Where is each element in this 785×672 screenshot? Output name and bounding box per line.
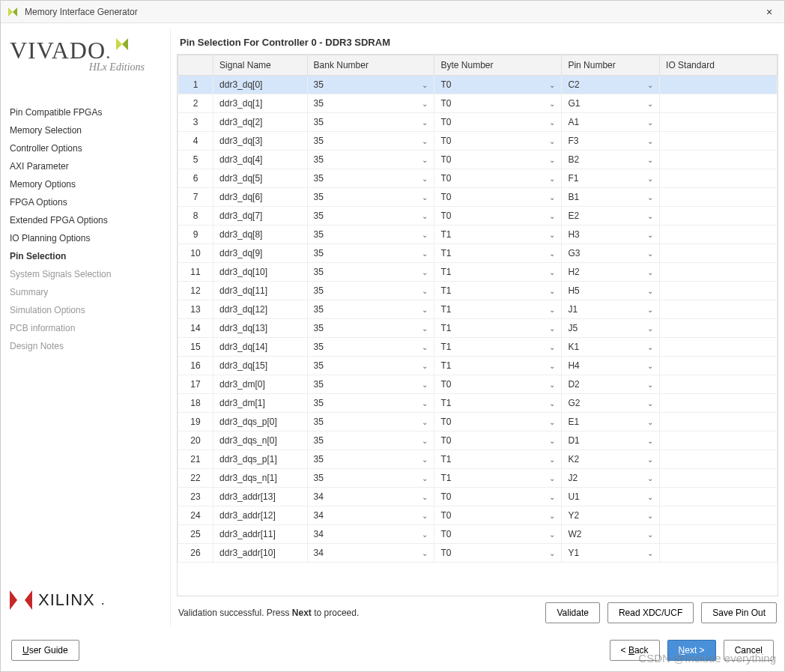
table-row[interactable]: 15ddr3_dq[14]35⌄T1⌄K1⌄ xyxy=(178,338,778,357)
dropdown-cell[interactable]: T0⌄ xyxy=(434,207,562,225)
dropdown-cell[interactable]: 35⌄ xyxy=(307,225,434,244)
table-row[interactable]: 25ddr3_addr[11]34⌄T0⌄W2⌄ xyxy=(178,525,778,544)
column-header[interactable]: Byte Number xyxy=(434,55,562,76)
dropdown-cell[interactable]: T0⌄ xyxy=(434,169,562,188)
dropdown-cell[interactable]: Y1⌄ xyxy=(562,544,660,563)
dropdown-cell[interactable]: H2⌄ xyxy=(562,263,660,282)
table-row[interactable]: 21ddr3_dqs_p[1]35⌄T1⌄K2⌄ xyxy=(178,450,778,469)
table-row[interactable]: 6ddr3_dq[5]35⌄T0⌄F1⌄ xyxy=(178,169,778,188)
dropdown-cell[interactable]: 35⌄ xyxy=(307,188,434,207)
dropdown-cell[interactable]: D1⌄ xyxy=(562,432,660,450)
next-button[interactable]: Next > xyxy=(667,640,716,661)
dropdown-cell[interactable]: T0⌄ xyxy=(434,76,562,94)
table-row[interactable]: 8ddr3_dq[7]35⌄T0⌄E2⌄ xyxy=(178,207,778,225)
dropdown-cell[interactable]: H4⌄ xyxy=(562,357,660,375)
table-row[interactable]: 20ddr3_dqs_n[0]35⌄T0⌄D1⌄ xyxy=(178,432,778,450)
dropdown-cell[interactable]: 35⌄ xyxy=(307,263,434,282)
nav-item[interactable]: AXI Parameter xyxy=(10,157,167,175)
table-row[interactable]: 22ddr3_dqs_n[1]35⌄T1⌄J2⌄ xyxy=(178,469,778,488)
table-row[interactable]: 23ddr3_addr[13]34⌄T0⌄U1⌄ xyxy=(178,488,778,506)
dropdown-cell[interactable]: C2⌄ xyxy=(562,76,660,94)
dropdown-cell[interactable]: T0⌄ xyxy=(434,375,562,394)
table-row[interactable]: 18ddr3_dm[1]35⌄T1⌄G2⌄ xyxy=(178,394,778,413)
dropdown-cell[interactable]: H5⌄ xyxy=(562,282,660,300)
dropdown-cell[interactable]: K2⌄ xyxy=(562,450,660,469)
nav-item[interactable]: IO Planning Options xyxy=(10,229,167,247)
dropdown-cell[interactable]: 35⌄ xyxy=(307,94,434,113)
nav-item[interactable]: Pin Selection xyxy=(10,247,167,265)
nav-item[interactable]: Memory Selection xyxy=(10,121,167,139)
dropdown-cell[interactable]: T0⌄ xyxy=(434,113,562,132)
column-header[interactable]: Signal Name xyxy=(213,55,307,76)
dropdown-cell[interactable]: U1⌄ xyxy=(562,488,660,506)
dropdown-cell[interactable]: 34⌄ xyxy=(307,506,434,525)
table-row[interactable]: 24ddr3_addr[12]34⌄T0⌄Y2⌄ xyxy=(178,506,778,525)
dropdown-cell[interactable]: 35⌄ xyxy=(307,132,434,151)
read-xdc-button[interactable]: Read XDC/UCF xyxy=(607,602,694,623)
table-row[interactable]: 16ddr3_dq[15]35⌄T1⌄H4⌄ xyxy=(178,357,778,375)
dropdown-cell[interactable]: T1⌄ xyxy=(434,319,562,338)
dropdown-cell[interactable]: 35⌄ xyxy=(307,375,434,394)
dropdown-cell[interactable]: G2⌄ xyxy=(562,394,660,413)
back-button[interactable]: < Back xyxy=(610,640,660,661)
dropdown-cell[interactable]: 35⌄ xyxy=(307,432,434,450)
dropdown-cell[interactable]: T1⌄ xyxy=(434,300,562,319)
column-header[interactable]: Pin Number xyxy=(562,55,660,76)
dropdown-cell[interactable]: T0⌄ xyxy=(434,488,562,506)
dropdown-cell[interactable]: 35⌄ xyxy=(307,413,434,432)
dropdown-cell[interactable]: 35⌄ xyxy=(307,282,434,300)
dropdown-cell[interactable]: D2⌄ xyxy=(562,375,660,394)
column-header[interactable] xyxy=(178,55,213,76)
dropdown-cell[interactable]: T0⌄ xyxy=(434,132,562,151)
dropdown-cell[interactable]: 35⌄ xyxy=(307,76,434,94)
dropdown-cell[interactable]: T1⌄ xyxy=(434,394,562,413)
dropdown-cell[interactable]: 35⌄ xyxy=(307,450,434,469)
dropdown-cell[interactable]: 34⌄ xyxy=(307,488,434,506)
dropdown-cell[interactable]: 35⌄ xyxy=(307,300,434,319)
table-row[interactable]: 5ddr3_dq[4]35⌄T0⌄B2⌄ xyxy=(178,151,778,169)
nav-item[interactable]: Controller Options xyxy=(10,139,167,157)
table-row[interactable]: 26ddr3_addr[10]34⌄T0⌄Y1⌄ xyxy=(178,544,778,563)
nav-item[interactable]: Memory Options xyxy=(10,175,167,193)
dropdown-cell[interactable]: Y2⌄ xyxy=(562,506,660,525)
save-pinout-button[interactable]: Save Pin Out xyxy=(701,602,777,623)
dropdown-cell[interactable]: T0⌄ xyxy=(434,432,562,450)
dropdown-cell[interactable]: T0⌄ xyxy=(434,506,562,525)
table-row[interactable]: 7ddr3_dq[6]35⌄T0⌄B1⌄ xyxy=(178,188,778,207)
dropdown-cell[interactable]: 34⌄ xyxy=(307,544,434,563)
dropdown-cell[interactable]: T1⌄ xyxy=(434,338,562,357)
dropdown-cell[interactable]: G1⌄ xyxy=(562,94,660,113)
dropdown-cell[interactable]: B2⌄ xyxy=(562,151,660,169)
dropdown-cell[interactable]: W2⌄ xyxy=(562,525,660,544)
dropdown-cell[interactable]: K1⌄ xyxy=(562,338,660,357)
dropdown-cell[interactable]: J5⌄ xyxy=(562,319,660,338)
dropdown-cell[interactable]: T0⌄ xyxy=(434,94,562,113)
table-row[interactable]: 12ddr3_dq[11]35⌄T1⌄H5⌄ xyxy=(178,282,778,300)
dropdown-cell[interactable]: T1⌄ xyxy=(434,450,562,469)
dropdown-cell[interactable]: 35⌄ xyxy=(307,338,434,357)
dropdown-cell[interactable]: T0⌄ xyxy=(434,544,562,563)
dropdown-cell[interactable]: 35⌄ xyxy=(307,357,434,375)
column-header[interactable]: IO Standard xyxy=(660,55,778,76)
dropdown-cell[interactable]: T1⌄ xyxy=(434,282,562,300)
dropdown-cell[interactable]: T1⌄ xyxy=(434,225,562,244)
dropdown-cell[interactable]: T1⌄ xyxy=(434,244,562,263)
table-row[interactable]: 10ddr3_dq[9]35⌄T1⌄G3⌄ xyxy=(178,244,778,263)
dropdown-cell[interactable]: T0⌄ xyxy=(434,525,562,544)
dropdown-cell[interactable]: T1⌄ xyxy=(434,469,562,488)
dropdown-cell[interactable]: 35⌄ xyxy=(307,113,434,132)
user-guide-button[interactable]: User Guide xyxy=(11,640,79,661)
table-row[interactable]: 4ddr3_dq[3]35⌄T0⌄F3⌄ xyxy=(178,132,778,151)
nav-item[interactable]: FPGA Options xyxy=(10,193,167,211)
dropdown-cell[interactable]: 35⌄ xyxy=(307,394,434,413)
dropdown-cell[interactable]: H3⌄ xyxy=(562,225,660,244)
dropdown-cell[interactable]: J1⌄ xyxy=(562,300,660,319)
dropdown-cell[interactable]: 35⌄ xyxy=(307,469,434,488)
table-row[interactable]: 14ddr3_dq[13]35⌄T1⌄J5⌄ xyxy=(178,319,778,338)
table-row[interactable]: 2ddr3_dq[1]35⌄T0⌄G1⌄ xyxy=(178,94,778,113)
dropdown-cell[interactable]: 35⌄ xyxy=(307,319,434,338)
dropdown-cell[interactable]: T0⌄ xyxy=(434,151,562,169)
dropdown-cell[interactable]: 35⌄ xyxy=(307,169,434,188)
table-row[interactable]: 1ddr3_dq[0]35⌄T0⌄C2⌄ xyxy=(178,76,778,94)
cancel-button[interactable]: Cancel xyxy=(724,640,774,661)
